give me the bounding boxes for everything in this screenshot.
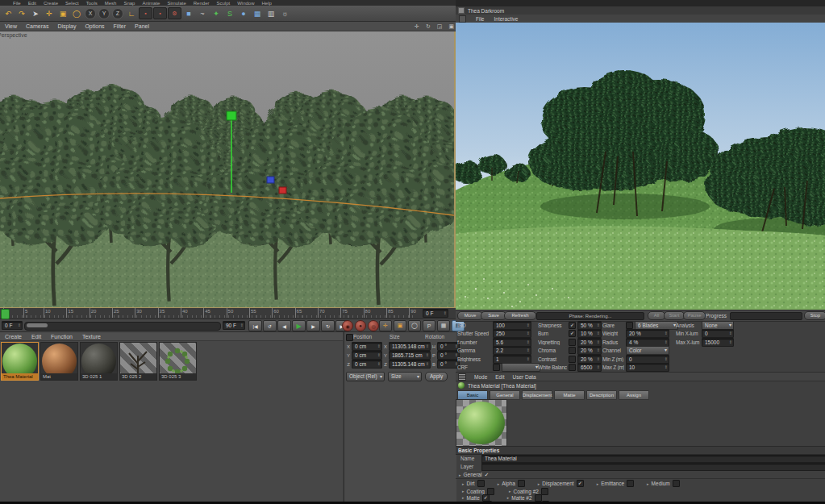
key-position-toggle[interactable]: ✛ [379,320,392,331]
move-tool-icon[interactable]: ✛ [43,7,56,19]
material-menu-item[interactable]: Function [51,334,73,339]
hamburger-icon[interactable] [458,373,466,381]
setting-field[interactable]: 10 [626,363,669,372]
record-active-objects-button[interactable]: ◉ [342,320,353,331]
axis-z-toggle[interactable]: Z [112,8,123,19]
coordinate-mode-dropdown[interactable]: Object (Rel) [346,372,385,381]
key-scale-toggle[interactable]: ▣ [394,320,406,331]
channel-toggle[interactable]: Displacement [538,480,584,487]
key-parameter-toggle[interactable]: P [423,320,435,331]
undo-icon[interactable]: ↶ [2,7,15,19]
setting-checkbox[interactable] [569,339,576,346]
setting-field[interactable]: 20 % [626,329,669,338]
channel-checkbox[interactable] [627,480,634,487]
setting-field[interactable]: 100 [493,321,531,330]
channel-checkbox[interactable] [577,480,584,487]
setting-field[interactable]: 50 % [577,321,602,330]
menu-item[interactable]: Sculpt [216,1,230,6]
viewport-menu-view[interactable]: View [5,23,17,29]
setting-checkbox[interactable] [569,347,576,354]
user-data-menu[interactable]: User Data [512,374,535,380]
setting-field[interactable]: 250 [493,329,531,338]
setting-checkbox[interactable] [626,322,633,329]
setting-field[interactable]: 2.2 [493,346,531,355]
start-button[interactable]: Start [664,311,685,320]
material-thumb[interactable]: 3D 025 2 [119,342,157,381]
setting-field[interactable]: 20 % [577,338,602,347]
menu-item[interactable]: Simulate [167,1,185,6]
material-thumb[interactable]: 3D 025 1 [80,342,118,381]
channel-checkbox[interactable] [518,480,525,487]
maximize-view-icon[interactable]: ▣ [448,23,454,30]
loop-button[interactable]: ↻ [321,320,335,331]
size-mode-dropdown[interactable]: Size [388,372,422,381]
autokeying-button[interactable]: ● [355,320,366,331]
viewport-menu-options[interactable]: Options [85,23,104,29]
menu-item[interactable]: Edit [28,1,36,6]
setting-field[interactable]: 20 % [577,346,602,355]
render-view-icon[interactable]: ▪ [139,7,152,19]
material-thumb[interactable]: Thea Material [1,342,39,381]
section-header[interactable]: Basic Properties [456,446,825,455]
setting-field[interactable]: 0 [702,329,734,338]
expand-arrow-icon[interactable] [462,495,465,500]
size-field[interactable]: 11305.148 cm [389,342,431,351]
attribute-tab[interactable]: Displacement [522,390,552,400]
layer-input[interactable] [481,463,825,471]
expand-arrow-icon[interactable] [462,489,465,494]
key-pla-toggle[interactable]: ▦ [437,320,450,331]
render-to-picture-icon[interactable]: ▪ [153,7,167,19]
setting-field[interactable] [502,363,540,372]
viewport-menu-cameras[interactable]: Cameras [26,23,48,29]
play-button[interactable]: ▶ [292,320,306,331]
expand-arrow-icon[interactable] [538,481,540,486]
apply-button[interactable]: Apply [425,372,448,381]
deformer-icon[interactable]: S [223,7,236,19]
setting-checkbox[interactable] [569,330,576,337]
step-forward-button[interactable]: ▶ [306,320,320,331]
menu-item[interactable]: File [13,1,21,6]
material-menu-item[interactable]: Texture [82,334,101,339]
expand-arrow-icon[interactable] [507,495,510,500]
coordinate-system-icon[interactable]: ∟ [125,7,138,19]
viewport-canvas[interactable] [0,31,454,307]
live-selection-icon[interactable]: ➤ [29,7,42,19]
viewport-label[interactable]: Perspective [0,32,27,38]
material-preview[interactable] [456,399,507,447]
timeline-ruler[interactable]: 051015202530354045505560657075808590 0 F [0,308,456,319]
orbit-view-icon[interactable]: ↻ [426,23,431,30]
material-thumb[interactable]: Mat [40,342,78,381]
camera-icon[interactable]: ▥ [265,7,277,19]
rotate-tool-icon[interactable]: ◯ [70,7,83,19]
menu-item[interactable]: Tools [86,1,98,6]
setting-field[interactable]: Color [626,346,669,355]
refresh-button[interactable]: Refresh [504,311,536,320]
viewport-menu-display[interactable]: Display [57,23,76,29]
render-settings-icon[interactable]: ⚙ [168,7,181,19]
current-frame-field[interactable]: 0 F [423,309,448,318]
menu-item[interactable]: Animate [142,1,160,6]
environment-icon[interactable]: ● [237,7,250,19]
position-field[interactable]: 0 cm [352,342,382,351]
key-rotation-toggle[interactable]: ◯ [408,320,421,331]
position-field[interactable]: 0 cm [352,360,382,369]
channel-toggle[interactable]: Dirt [462,480,485,487]
material-thumb[interactable]: 3D 025 3 [159,342,197,381]
setting-field[interactable]: 6 Blades [635,321,678,330]
spline-pen-icon[interactable]: ~ [196,7,209,19]
setting-field[interactable]: 1 [493,355,531,364]
setting-checkbox[interactable] [569,356,576,363]
move-button[interactable]: Move [457,311,483,320]
menu-item[interactable]: Mesh [105,1,117,6]
channel-toggle[interactable]: Alpha [498,480,525,487]
axis-y-toggle[interactable]: Y [98,8,110,19]
material-menu-item[interactable]: Create [5,334,22,339]
pan-view-icon[interactable]: ✛ [415,23,419,30]
menu-item[interactable]: Render [194,1,210,6]
size-field[interactable]: 11305.148 cm [389,360,431,369]
channel-toggle[interactable]: Medium [647,480,680,487]
step-back-button[interactable]: ◀ [277,320,291,331]
darkroom-menu-interactive[interactable]: Interactive [494,16,518,22]
menu-item[interactable]: Create [44,1,58,6]
expand-arrow-icon[interactable] [509,489,511,494]
